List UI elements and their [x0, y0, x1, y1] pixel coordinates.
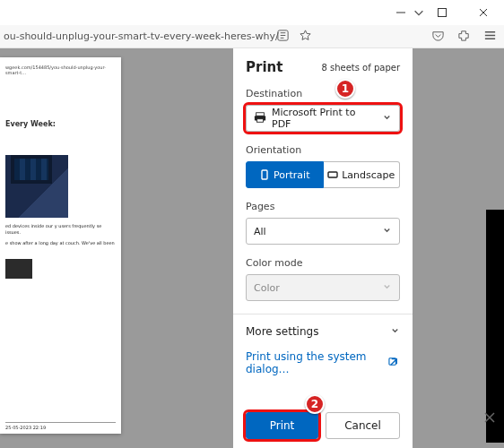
maximize-button[interactable] — [421, 0, 463, 25]
svg-rect-2 — [256, 112, 265, 116]
destination-value: Microsoft Print to PDF — [272, 107, 377, 130]
more-settings-label: More settings — [246, 325, 318, 338]
address-bar-icons — [276, 25, 312, 48]
url-fragment: ou-should-unplug-your-smart-tv-every-wee… — [0, 30, 279, 42]
destination-select[interactable]: Microsoft Print to PDF — [246, 105, 400, 132]
dialog-actions: Print Cancel — [246, 403, 400, 439]
pocket-icon[interactable] — [431, 29, 445, 46]
preview-image-thumb — [5, 259, 32, 279]
close-window-button[interactable] — [463, 0, 504, 25]
preview-footer-timestamp: 25-05-2023 22:19 — [5, 425, 46, 430]
svg-rect-0 — [439, 9, 447, 17]
chevron-down-icon — [390, 325, 400, 338]
extensions-icon[interactable] — [457, 29, 471, 46]
pages-value: All — [254, 226, 266, 237]
orientation-portrait-button[interactable]: Portrait — [246, 161, 324, 188]
minimize-button[interactable] — [380, 0, 421, 25]
preview-heading: Every Week: — [5, 120, 116, 128]
more-settings-row[interactable]: More settings — [246, 325, 400, 338]
print-dialog: Print 8 sheets of paper Destination Micr… — [233, 48, 413, 448]
chevron-down-icon — [382, 225, 392, 237]
toolbar-right-icons — [431, 25, 497, 48]
system-dialog-link[interactable]: Print using the system dialog… — [246, 350, 400, 375]
landscape-label: Landscape — [342, 169, 395, 181]
bookmark-star-icon[interactable] — [299, 29, 312, 46]
divider — [233, 314, 413, 314]
preview-footer: 25-05-2023 22:19 — [5, 422, 116, 430]
printer-icon — [254, 111, 266, 126]
color-mode-value: Color — [254, 282, 280, 294]
reader-mode-icon[interactable] — [276, 29, 290, 46]
sheet-count: 8 sheets of paper — [321, 63, 400, 73]
preview-paragraph-1: ed devices inside our y users frequently… — [5, 223, 116, 235]
menu-icon[interactable] — [483, 29, 497, 46]
cancel-button[interactable]: Cancel — [326, 412, 400, 439]
svg-rect-6 — [328, 172, 337, 177]
svg-rect-5 — [262, 170, 267, 179]
orientation-toggle: Portrait Landscape — [246, 161, 400, 188]
destination-label: Destination — [246, 88, 400, 99]
preview-image-tv — [5, 155, 68, 218]
pages-select[interactable]: All — [246, 218, 400, 245]
orientation-label: Orientation — [246, 144, 400, 156]
orientation-landscape-button[interactable]: Landscape — [324, 161, 401, 188]
preview-paragraph-2: e show after a long day at couch. We've … — [5, 240, 116, 246]
system-dialog-label: Print using the system dialog… — [246, 350, 388, 375]
portrait-label: Portrait — [274, 169, 309, 181]
preview-header-url: wgeek.com/154485/you-should-unplug-your-… — [5, 65, 116, 75]
svg-rect-4 — [257, 118, 264, 122]
open-external-icon — [388, 356, 400, 370]
color-mode-select: Color — [246, 274, 400, 301]
dialog-title: Print — [246, 59, 282, 75]
pages-label: Pages — [246, 201, 400, 212]
chevron-down-icon — [382, 112, 392, 125]
browser-toolbar: ou-should-unplug-your-smart-tv-every-wee… — [0, 25, 504, 48]
print-button[interactable]: Print — [246, 412, 318, 439]
chevron-down-icon — [382, 281, 392, 294]
color-mode-label: Color mode — [246, 257, 400, 269]
page-preview: wgeek.com/154485/you-should-unplug-your-… — [0, 57, 121, 434]
side-ad-block — [486, 210, 504, 443]
dismiss-x-icon[interactable] — [481, 409, 499, 426]
window-controls — [380, 0, 504, 25]
